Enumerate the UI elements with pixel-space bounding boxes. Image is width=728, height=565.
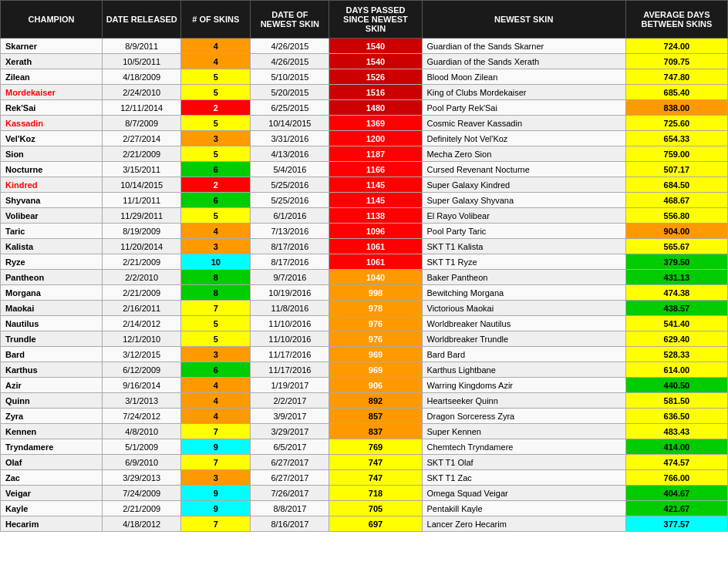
- date-newest-skin: 6/1/2016: [251, 208, 329, 224]
- champion-name: Bard: [1, 347, 103, 362]
- avg-days: 404.67: [625, 486, 727, 501]
- date-released: 4/8/2010: [103, 424, 181, 439]
- avg-days: 468.67: [625, 193, 727, 208]
- date-newest-skin: 8/8/2017: [251, 501, 329, 516]
- champion-name: Olaf: [1, 455, 103, 470]
- table-row: Kennen4/8/201073/29/2017837Super Kennen4…: [1, 424, 728, 439]
- num-skins: 4: [181, 393, 251, 409]
- avg-days: 440.50: [625, 378, 727, 393]
- date-released: 2/2/2010: [103, 270, 181, 285]
- table-row: Zilean4/18/200955/10/20151526Blood Moon …: [1, 69, 728, 85]
- table-row: Sion2/21/200954/13/20161187Mecha Zero Si…: [1, 146, 728, 162]
- newest-skin-name: Pentakill Kayle: [422, 501, 625, 516]
- date-released: 11/29/2011: [103, 208, 181, 224]
- champion-name: Ryze: [1, 254, 103, 270]
- days-passed: 718: [329, 486, 422, 501]
- num-skins: 10: [181, 254, 251, 270]
- table-row: Quinn3/1/201342/2/2017892Heartseeker Qui…: [1, 393, 728, 409]
- table-row: Olaf6/9/201076/27/2017747SKT T1 Olaf474.…: [1, 455, 728, 470]
- num-skins: 9: [181, 486, 251, 501]
- num-skins: 5: [181, 331, 251, 347]
- newest-skin-name: Dragon Sorceress Zyra: [422, 409, 625, 424]
- champion-name: Vel'Koz: [1, 131, 103, 146]
- date-released: 2/21/2009: [103, 146, 181, 162]
- num-skins: 5: [181, 316, 251, 331]
- num-skins: 5: [181, 69, 251, 85]
- avg-days: 421.67: [625, 501, 727, 516]
- avg-days: 636.50: [625, 409, 727, 424]
- newest-skin-name: Heartseeker Quinn: [422, 393, 625, 409]
- avg-days: 438.57: [625, 301, 727, 316]
- days-passed: 1145: [329, 177, 422, 193]
- date-newest-skin: 7/13/2016: [251, 224, 329, 239]
- date-released: 2/21/2009: [103, 254, 181, 270]
- days-passed: 998: [329, 285, 422, 301]
- days-passed: 1540: [329, 39, 422, 54]
- avg-days: 709.75: [625, 54, 727, 69]
- newest-skin-name: Definitely Not Vel'Koz: [422, 131, 625, 146]
- date-newest-skin: 4/13/2016: [251, 146, 329, 162]
- date-newest-skin: 11/8/2016: [251, 301, 329, 316]
- date-newest-skin: 5/20/2015: [251, 85, 329, 100]
- avg-days: 724.00: [625, 39, 727, 54]
- champion-name: Zyra: [1, 409, 103, 424]
- date-released: 8/19/2009: [103, 224, 181, 239]
- table-row: Volibear11/29/201156/1/20161138El Rayo V…: [1, 208, 728, 224]
- date-newest-skin: 11/10/2016: [251, 331, 329, 347]
- newest-skin-name: Guardian of the Sands Xerath: [422, 54, 625, 69]
- col-header-days_passed: DAYS PASSED SINCE NEWEST SKIN: [329, 1, 422, 39]
- date-released: 7/24/2009: [103, 486, 181, 501]
- champion-name: Hecarim: [1, 516, 103, 532]
- date-released: 4/18/2012: [103, 516, 181, 532]
- num-skins: 4: [181, 409, 251, 424]
- avg-days: 629.40: [625, 331, 727, 347]
- days-passed: 1369: [329, 116, 422, 131]
- date-released: 8/9/2011: [103, 39, 181, 54]
- days-passed: 705: [329, 501, 422, 516]
- newest-skin-name: Guardian of the Sands Skarner: [422, 39, 625, 54]
- days-passed: 969: [329, 347, 422, 362]
- num-skins: 2: [181, 177, 251, 193]
- table-row: Vel'Koz2/27/201433/31/20161200Definitely…: [1, 131, 728, 146]
- date-newest-skin: 10/14/2015: [251, 116, 329, 131]
- avg-days: 474.57: [625, 455, 727, 470]
- date-released: 6/12/2009: [103, 362, 181, 378]
- date-released: 3/15/2011: [103, 162, 181, 177]
- num-skins: 2: [181, 100, 251, 116]
- avg-days: 614.00: [625, 362, 727, 378]
- table-row: Bard3/12/2015311/17/2016969Bard Bard528.…: [1, 347, 728, 362]
- date-released: 12/1/2010: [103, 331, 181, 347]
- avg-days: 766.00: [625, 470, 727, 486]
- champion-name: Xerath: [1, 54, 103, 69]
- avg-days: 556.80: [625, 208, 727, 224]
- avg-days: 507.17: [625, 162, 727, 177]
- champion-name: Zac: [1, 470, 103, 486]
- col-header-date_newest: DATE OF NEWEST SKIN: [251, 1, 329, 39]
- table-row: Shyvana11/1/201165/25/20161145Super Gala…: [1, 193, 728, 208]
- newest-skin-name: El Rayo Volibear: [422, 208, 625, 224]
- table-row: Nautilus2/14/2012511/10/2016976Worldbrea…: [1, 316, 728, 331]
- newest-skin-name: Super Galaxy Shyvana: [422, 193, 625, 208]
- days-passed: 976: [329, 316, 422, 331]
- num-skins: 6: [181, 162, 251, 177]
- date-newest-skin: 1/19/2017: [251, 378, 329, 393]
- days-passed: 1040: [329, 270, 422, 285]
- days-passed: 1540: [329, 54, 422, 69]
- date-newest-skin: 3/31/2016: [251, 131, 329, 146]
- date-newest-skin: 8/17/2016: [251, 239, 329, 254]
- num-skins: 8: [181, 285, 251, 301]
- newest-skin-name: Warring Kingdoms Azir: [422, 378, 625, 393]
- avg-days: 377.57: [625, 516, 727, 532]
- newest-skin-name: SKT T1 Kalista: [422, 239, 625, 254]
- days-passed: 978: [329, 301, 422, 316]
- date-newest-skin: 2/2/2017: [251, 393, 329, 409]
- table-row: Tryndamere5/1/200996/5/2017769Chemtech T…: [1, 439, 728, 455]
- date-released: 3/1/2013: [103, 393, 181, 409]
- days-passed: 969: [329, 362, 422, 378]
- avg-days: 581.50: [625, 393, 727, 409]
- date-newest-skin: 4/26/2015: [251, 39, 329, 54]
- avg-days: 565.67: [625, 239, 727, 254]
- date-released: 2/21/2009: [103, 501, 181, 516]
- avg-days: 685.40: [625, 85, 727, 100]
- table-row: Kalista11/20/201438/17/20161061SKT T1 Ka…: [1, 239, 728, 254]
